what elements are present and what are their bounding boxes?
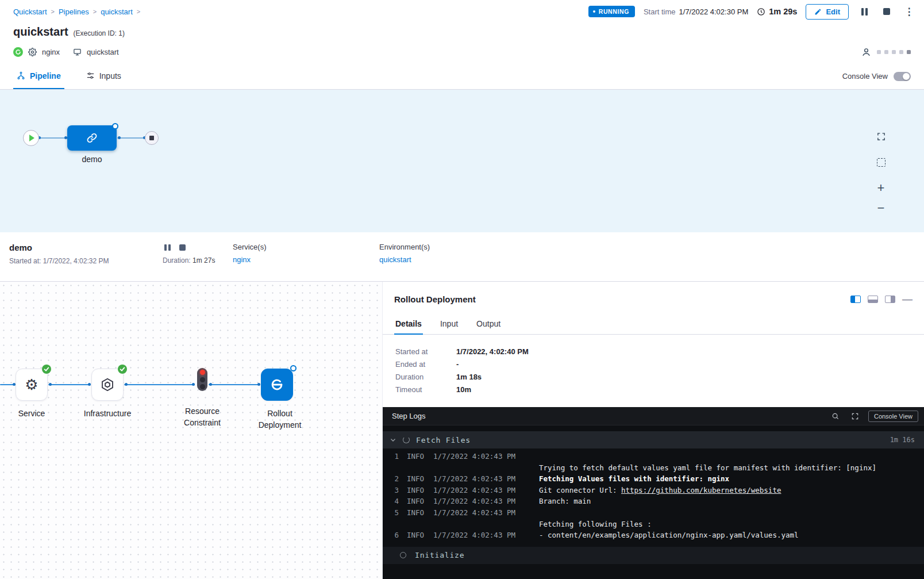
edit-button-label: Edit — [826, 7, 840, 16]
breadcrumb-separator: > — [137, 8, 140, 15]
environment-name: quickstart — [87, 48, 119, 56]
edge — [39, 137, 67, 139]
tab-pipeline-label: Pipeline — [30, 71, 61, 80]
detail-row: Ended at - — [395, 360, 913, 369]
zoom-out-button[interactable]: − — [873, 201, 888, 216]
environment-link[interactable]: quickstart — [379, 255, 411, 264]
status-badge: RUNNING — [588, 6, 635, 17]
log-timestamp: 1/7/2022 4:02:43 PM — [433, 531, 539, 539]
start-time-value: 1/7/2022 4:02:30 PM — [679, 7, 749, 16]
stop-icon — [883, 8, 890, 15]
play-icon — [29, 135, 34, 141]
traffic-light-red — [200, 370, 205, 375]
start-time: Start time 1/7/2022 4:02:30 PM — [644, 7, 748, 16]
step-logs-panel: Step Logs Console View Fetch Files — [383, 407, 924, 579]
stage-pause-button[interactable] — [163, 243, 172, 252]
layout-split-left-button[interactable] — [850, 296, 861, 303]
top-header: Quickstart > Pipelines > quickstart > RU… — [0, 0, 924, 23]
execution-controls: RUNNING Start time 1/7/2022 4:02:30 PM 1… — [588, 4, 916, 20]
log-section-title: Initialize — [415, 551, 464, 559]
edge-point — [125, 383, 128, 386]
minimap-square — [884, 50, 888, 54]
log-row: 5 INFO 1/7/2022 4:02:43 PM — [383, 508, 924, 520]
step-node-resource-constraint[interactable] — [197, 368, 207, 391]
pipeline-canvas[interactable]: demo + − — [0, 90, 924, 232]
edge-point — [118, 136, 121, 139]
pipeline-start-node[interactable] — [23, 130, 39, 146]
stage-label: demo — [67, 155, 117, 164]
log-message: Branch: main — [539, 497, 591, 505]
pending-circle-icon — [400, 552, 406, 558]
started-at-value: 1/7/2022, 4:02:32 PM — [43, 257, 109, 265]
log-search-button[interactable] — [829, 410, 842, 423]
infrastructure-icon — [100, 377, 115, 392]
log-timestamp: 1/7/2022 4:02:43 PM — [433, 474, 539, 483]
success-check-icon — [42, 365, 51, 375]
log-level: INFO — [407, 497, 433, 505]
stage-running-spinner-icon — [112, 123, 118, 129]
pause-execution-button[interactable] — [857, 5, 871, 18]
tab-input[interactable]: Input — [439, 314, 459, 335]
detail-value: - — [456, 360, 459, 369]
step-node-infrastructure[interactable] — [91, 369, 124, 401]
stage-node-demo[interactable] — [67, 125, 117, 151]
panel-minimize-button[interactable]: — — [902, 294, 913, 304]
log-level: INFO — [407, 531, 433, 539]
breadcrumb-link-pipelines[interactable]: Pipelines — [59, 7, 89, 16]
more-options-button[interactable]: ⋮ — [902, 5, 916, 18]
step-detail-panel: Rollout Deployment — Details Input Outpu… — [382, 282, 924, 579]
tab-pipeline[interactable]: Pipeline — [13, 63, 64, 89]
step-node-service[interactable]: ⚙ — [16, 369, 48, 401]
elapsed-time: 1m 29s — [757, 7, 797, 16]
detail-row: Started at 1/7/2022, 4:02:40 PM — [395, 347, 913, 356]
log-timestamp: 1/7/2022 4:02:43 PM — [433, 508, 539, 517]
execution-graph-canvas[interactable]: ⚙ Service Infrastructure Resource Constr… — [0, 282, 382, 579]
layout-split-bottom-button[interactable] — [868, 296, 878, 303]
edit-button[interactable]: Edit — [806, 4, 849, 20]
detail-row: Duration 1m 18s — [395, 373, 913, 381]
edge-point — [49, 383, 52, 386]
log-section-initialize[interactable]: Initialize — [383, 547, 924, 564]
log-message-link[interactable]: https://github.com/kubernetes/website — [621, 486, 781, 494]
step-logs-title: Step Logs — [392, 412, 426, 420]
edge — [209, 384, 260, 385]
breadcrumb-separator: > — [51, 8, 55, 15]
fullscreen-button[interactable] — [873, 129, 888, 144]
running-spinner-icon — [290, 365, 297, 371]
log-section-fetch-files[interactable]: Fetch Files 1m 16s — [383, 431, 924, 448]
tab-details[interactable]: Details — [394, 314, 423, 335]
traffic-light-off — [200, 377, 205, 382]
log-timestamp: 1/7/2022 4:02:43 PM — [433, 452, 539, 461]
edge-point — [209, 383, 212, 386]
abort-execution-button[interactable] — [880, 5, 894, 18]
marquee-select-button[interactable] — [873, 155, 888, 170]
running-spinner-icon — [403, 436, 410, 443]
tab-inputs[interactable]: Inputs — [83, 63, 125, 89]
pause-icon — [861, 8, 868, 16]
panel-title: Rollout Deployment — [394, 294, 476, 304]
breadcrumb-link-pipeline[interactable]: quickstart — [101, 7, 133, 16]
edge — [48, 384, 91, 385]
edge — [117, 137, 145, 139]
execution-id: (Execution ID: 1) — [74, 29, 125, 37]
layout-split-right-button[interactable] — [885, 296, 895, 303]
log-level: INFO — [407, 508, 433, 517]
breadcrumb-link-project[interactable]: Quickstart — [13, 7, 47, 16]
log-fullscreen-button[interactable] — [849, 410, 861, 423]
link-icon — [86, 132, 98, 144]
service-link[interactable]: nginx — [233, 255, 251, 264]
log-message: Git connector Url: — [539, 486, 621, 494]
console-view-toggle[interactable] — [894, 72, 911, 81]
zoom-in-button[interactable]: + — [873, 181, 888, 195]
log-console-view-button[interactable]: Console View — [868, 411, 918, 422]
detail-label: Duration — [395, 373, 456, 381]
stage-abort-button[interactable] — [178, 243, 187, 252]
tab-output[interactable]: Output — [475, 314, 502, 335]
log-row: Fetching following Files : — [383, 520, 924, 531]
log-timestamp: 1/7/2022 4:02:43 PM — [433, 486, 539, 494]
services-label: Service(s) — [233, 243, 379, 251]
log-lines[interactable]: 1 INFO 1/7/2022 4:02:43 PM Trying to fet… — [383, 448, 924, 542]
log-line-number: 6 — [386, 531, 399, 539]
step-node-rollout-deployment[interactable] — [261, 369, 293, 401]
step-label-infrastructure: Infrastructure — [73, 408, 142, 419]
